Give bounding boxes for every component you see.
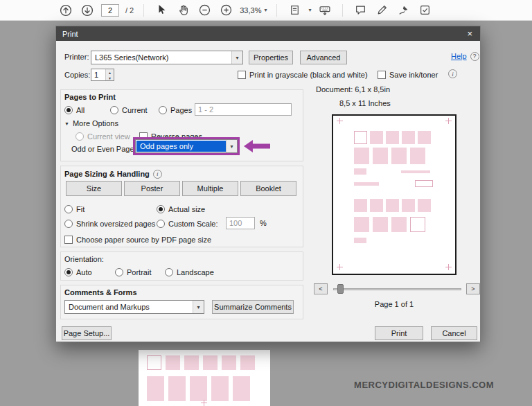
help-link[interactable]: Help [451, 52, 467, 60]
page-sizing-heading: Page Sizing & Handling [64, 170, 150, 178]
copies-stepper[interactable]: 1 ▴▾ [91, 69, 114, 81]
fit-radio[interactable] [64, 205, 73, 213]
fit-label: Fit [76, 205, 85, 213]
sticker [386, 131, 399, 144]
page-setup-button[interactable]: Page Setup... [62, 326, 112, 340]
page-number-input[interactable]: 2 [101, 4, 119, 17]
chevron-down-icon: ▾ [193, 301, 204, 313]
portrait-radio[interactable] [115, 268, 123, 276]
sticker [222, 355, 236, 370]
orientation-heading: Orientation: [64, 255, 104, 263]
info-icon[interactable]: i [448, 69, 457, 78]
sticker [373, 217, 388, 232]
select-tool-button[interactable] [154, 3, 169, 18]
actual-size-radio[interactable] [157, 205, 165, 213]
save-ink-checkbox[interactable] [378, 71, 386, 79]
pages-radio[interactable] [159, 106, 167, 114]
comments-forms-heading: Comments & Forms [64, 288, 137, 297]
odd-even-select[interactable]: Odd pages only ▾ [135, 139, 238, 153]
summarize-comments-button[interactable]: Summarize Comments [212, 300, 294, 314]
dialog-titlebar[interactable]: Print × [56, 26, 480, 41]
shrink-radio[interactable] [64, 220, 73, 228]
print-button[interactable]: Print [375, 326, 423, 340]
spinner-up-icon[interactable]: ▴ [106, 69, 114, 75]
shrink-label: Shrink oversized pages [76, 220, 155, 228]
multiple-button[interactable]: Multiple [182, 181, 238, 196]
more-options-toggle[interactable]: ▼ More Options [64, 118, 118, 128]
close-icon[interactable]: × [466, 29, 474, 38]
booklet-button[interactable]: Booklet [240, 181, 296, 196]
sign-button[interactable] [396, 3, 411, 18]
zoom-level-value: 33,3% [240, 6, 261, 15]
help-row: Help ? [451, 51, 479, 61]
sticker [402, 199, 415, 212]
cancel-button[interactable]: Cancel [431, 326, 477, 340]
paper-source-row: Choose paper source by PDF page size [64, 235, 211, 245]
comment-button[interactable] [353, 3, 368, 18]
sticker [240, 355, 255, 370]
info-icon[interactable]: i [153, 170, 162, 179]
grayscale-checkbox[interactable] [238, 71, 246, 79]
fill-and-sign-button[interactable] [417, 3, 432, 18]
sticker [370, 199, 383, 212]
zoom-in-button[interactable] [218, 3, 233, 18]
hand-tool-button[interactable] [175, 3, 190, 18]
custom-scale-label: Custom Scale: [168, 220, 218, 228]
sticker [147, 376, 164, 401]
sticker [418, 199, 431, 212]
preview-slider-handle[interactable] [337, 284, 344, 294]
page-range-input[interactable] [195, 103, 292, 116]
grayscale-row: Print in grayscale (black and white) [238, 70, 368, 80]
portrait-label: Portrait [127, 268, 151, 276]
copies-value: 1 [91, 69, 105, 80]
scroll-mode-button[interactable] [317, 3, 332, 18]
pages-to-print-heading: Pages to Print [64, 93, 116, 101]
comments-forms-select[interactable]: Document and Markups ▾ [64, 300, 204, 314]
shrink-radio-row: Shrink oversized pages [64, 219, 155, 229]
highlight-button[interactable] [374, 3, 389, 18]
previous-page-button[interactable] [58, 3, 73, 18]
printer-select[interactable]: L365 Series(Network) ▾ [91, 51, 243, 64]
custom-scale-radio[interactable] [157, 220, 165, 228]
sticker [370, 131, 383, 144]
sticker [354, 168, 366, 175]
current-radio[interactable] [110, 106, 118, 114]
current-view-radio[interactable] [76, 132, 84, 141]
comments-forms-value: Document and Markups [65, 301, 193, 313]
custom-scale-input[interactable] [226, 217, 255, 229]
next-page-button[interactable] [80, 3, 95, 18]
pages-radio-row: Pages [159, 105, 192, 115]
all-radio[interactable] [64, 106, 73, 114]
page-sizing-heading-row: Page Sizing & Handling i [64, 169, 162, 179]
poster-button[interactable]: Poster [124, 181, 180, 196]
preview-slider-track[interactable] [333, 288, 461, 290]
sticker-text-line [354, 182, 379, 186]
cursor-icon [156, 4, 168, 16]
current-view-label: Current view [87, 132, 130, 141]
spinner-down-icon[interactable]: ▾ [106, 75, 114, 80]
save-ink-label: Save ink/toner [389, 71, 438, 79]
question-icon[interactable]: ? [470, 52, 479, 61]
paper-source-checkbox[interactable] [64, 236, 73, 244]
comment-bubble-icon [355, 4, 366, 16]
landscape-radio[interactable] [165, 268, 173, 276]
page-number-value: 2 [108, 6, 112, 15]
advanced-button[interactable]: Advanced [300, 51, 347, 64]
auto-radio[interactable] [64, 268, 73, 276]
percent-label: % [260, 219, 267, 227]
more-options-label: More Options [73, 119, 118, 127]
sticker [354, 148, 369, 164]
sticker [184, 355, 199, 370]
chevron-down-icon: ▾ [264, 7, 267, 13]
zoom-out-button[interactable] [197, 3, 212, 18]
preview-prev-button[interactable]: < [314, 283, 328, 294]
zoom-level-select[interactable]: 33,3% ▾ [240, 6, 267, 15]
size-button[interactable]: Size [66, 181, 122, 196]
sticker [211, 376, 229, 401]
sticker [418, 131, 431, 144]
sticker [168, 376, 186, 401]
page-fit-button[interactable] [287, 3, 302, 18]
properties-button[interactable]: Properties [249, 51, 293, 64]
preview-next-button[interactable]: > [466, 283, 480, 294]
print-preview-page [332, 114, 456, 275]
